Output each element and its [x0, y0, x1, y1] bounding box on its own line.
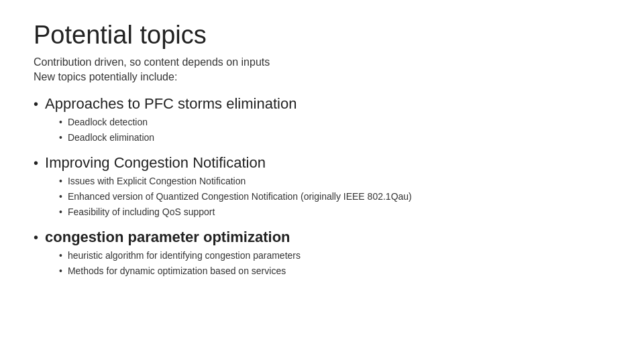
- main-bullet-icon: •: [34, 97, 38, 111]
- intro-text: New topics potentially include:: [34, 71, 610, 83]
- subtitle: Contribution driven, so content depends …: [34, 56, 610, 68]
- sub-bullet-icon: •: [59, 265, 62, 276]
- sub-list-item: •Enhanced version of Quantized Congestio…: [59, 190, 610, 204]
- sub-item-text: Methods for dynamic optimization based o…: [68, 264, 286, 278]
- sub-bullet-icon: •: [59, 191, 62, 202]
- sub-bullet-icon: •: [59, 176, 62, 186]
- main-list: •Approaches to PFC storms elimination•De…: [34, 95, 610, 278]
- main-bullet-icon: •: [34, 156, 38, 170]
- sub-list-item: •Deadlock elimination: [59, 131, 610, 145]
- sub-item-text: Deadlock detection: [68, 115, 148, 129]
- main-list-item: •Improving Congestion Notification•Issue…: [34, 154, 610, 219]
- sub-item-text: Issues with Explicit Congestion Notifica…: [68, 174, 246, 188]
- sub-list-item: •Issues with Explicit Congestion Notific…: [59, 174, 610, 188]
- main-list-item: •Approaches to PFC storms elimination•De…: [34, 95, 610, 145]
- main-list-item: •congestion parameter optimization•heuri…: [34, 229, 610, 278]
- main-item-label: Approaches to PFC storms elimination: [45, 95, 297, 113]
- sub-bullet-icon: •: [59, 206, 62, 217]
- sub-item-text: Enhanced version of Quantized Congestion…: [68, 190, 412, 204]
- main-item-label: Improving Congestion Notification: [45, 154, 266, 172]
- main-item-label: congestion parameter optimization: [45, 229, 290, 246]
- sub-list-item: •Deadlock detection: [59, 115, 610, 129]
- sub-list-item: •heuristic algorithm for identifying con…: [59, 249, 610, 263]
- page-title: Potential topics: [34, 20, 610, 51]
- sub-list: •heuristic algorithm for identifying con…: [34, 249, 610, 278]
- sub-bullet-icon: •: [59, 132, 62, 143]
- sub-list: •Deadlock detection•Deadlock elimination: [34, 115, 610, 145]
- sub-bullet-icon: •: [59, 117, 62, 127]
- sub-item-text: Feasibility of including QoS support: [68, 205, 215, 219]
- sub-list-item: •Feasibility of including QoS support: [59, 205, 610, 219]
- sub-item-text: Deadlock elimination: [68, 131, 154, 145]
- sub-bullet-icon: •: [59, 250, 62, 261]
- sub-list: •Issues with Explicit Congestion Notific…: [34, 174, 610, 219]
- main-bullet-icon: •: [34, 231, 38, 244]
- sub-item-text: heuristic algorithm for identifying cong…: [68, 249, 301, 263]
- sub-list-item: •Methods for dynamic optimization based …: [59, 264, 610, 278]
